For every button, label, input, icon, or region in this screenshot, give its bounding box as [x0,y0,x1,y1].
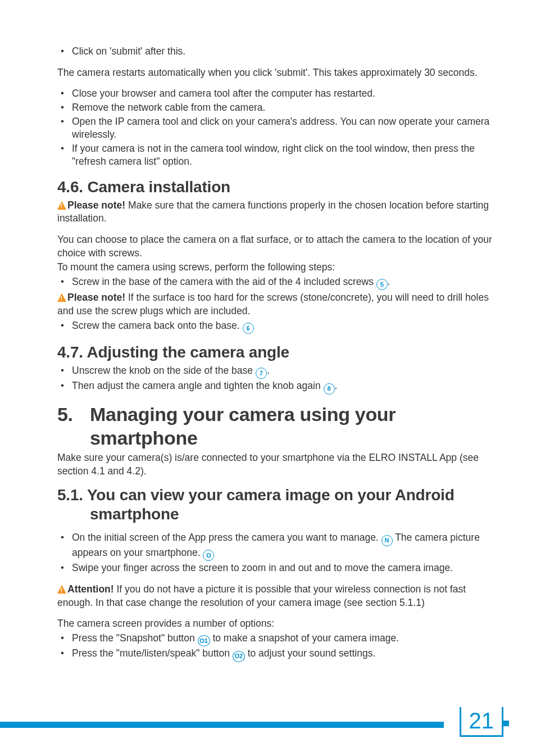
text: Close your browser and camera tool after… [72,88,375,99]
list-item: If your camera is not in the camera tool… [57,142,494,169]
text: Unscrew the knob on the side of the base [72,365,256,376]
list-item: Open the IP camera tool and click on you… [57,115,494,142]
footer-bar [0,722,444,728]
ref-circle-O: O [203,550,214,561]
heading-chapter-5: 5.Managing your camera using your smartp… [57,402,494,450]
warning-icon [57,585,66,594]
chapter-title-line1: Managing your camera using your [90,404,396,425]
paragraph: The camera screen provides a number of o… [57,617,494,631]
footer-tick [503,721,509,726]
paragraph: You can choose to place the camera on a … [57,233,494,260]
page-number: 21 [460,707,504,737]
text: Remove the network cable from the camera… [72,102,265,113]
list-options: Press the "Snapshot" button O1 to make a… [57,632,494,662]
text: Press the "mute/listen/speak" button [72,648,233,659]
text: Click on 'submit' after this. [72,46,185,57]
list-item: On the initial screen of the App press t… [57,531,494,561]
paragraph: The camera restarts automatically when y… [57,66,494,80]
ref-circle-O2: O2 [233,651,245,662]
text: . [267,365,270,376]
list-item: Click on 'submit' after this. [57,45,494,58]
list-item: Press the "mute/listen/speak" button O2 … [57,647,494,662]
list-view: On the initial screen of the App press t… [57,531,494,575]
list-item: Screw in the base of the camera with the… [57,275,494,291]
list-item: Swipe your finger across the screen to z… [57,562,494,575]
list-mount-2: Screw the camera back onto the base. 6 [57,319,494,334]
list-top: Click on 'submit' after this. [57,45,494,58]
list-item: Press the "Snapshot" button O1 to make a… [57,632,494,647]
attention-label: Attention! [67,583,114,595]
paragraph: Make sure your camera(s) is/are connecte… [57,451,494,478]
attention-block: Attention! If you do not have a picture … [57,583,494,609]
note-block: Please note! Make sure that the camera f… [57,199,494,225]
list-mount: Screw in the base of the camera with the… [57,275,494,291]
list-item: Remove the network cable from the camera… [57,101,494,115]
heading-line1: 5.1. You can view your camera image on y… [57,486,455,504]
note-label: Please note! [67,200,125,211]
list-item: Screw the camera back onto the base. 6 [57,319,494,334]
text: On the initial screen of the App press t… [72,532,381,543]
text: to adjust your sound settings. [245,648,376,659]
text: Swipe your finger across the screen to z… [72,562,453,573]
page-footer: 21 [0,705,536,737]
text: If your camera is not in the camera tool… [72,143,475,168]
text: . [335,380,338,391]
note-label: Please note! [67,292,125,303]
list-item: Unscrew the knob on the side of the base… [57,364,494,379]
text: to make a snapshot of your camera image. [210,632,399,644]
heading-line2: smartphone [57,505,179,523]
list-item: Then adjust the camera angle and tighten… [57,379,494,395]
chapter-number: 5. [57,402,90,427]
paragraph: To mount the camera using screws, perfor… [57,261,494,274]
warning-icon [57,201,66,210]
text: Screw in the base of the camera with the… [72,276,376,287]
text: Screw the camera back onto the base. [72,320,243,331]
ref-circle-6: 6 [243,323,254,334]
list-restart: Close your browser and camera tool after… [57,87,494,169]
text: Press the "Snapshot" button [72,632,198,644]
ref-circle-5: 5 [376,279,388,290]
note-block: Please note! If the surface is too hard … [57,291,494,318]
heading-4-7: 4.7. Adjusting the camera angle [57,342,494,363]
text: Open the IP camera tool and click on you… [72,116,489,141]
list-angle: Unscrew the knob on the side of the base… [57,364,494,395]
ref-circle-8: 8 [324,383,335,395]
text: Then adjust the camera angle and tighten… [72,380,324,391]
chapter-title-line2: smartphone [57,426,494,450]
text: . [388,276,390,287]
heading-5-1: 5.1. You can view your camera image on y… [57,486,494,523]
warning-icon [57,293,66,302]
attention-text: If you do not have a picture it is possi… [57,583,466,608]
list-item: Close your browser and camera tool after… [57,87,494,101]
ref-circle-7: 7 [256,368,267,379]
heading-4-6: 4.6. Camera installation [57,176,494,198]
ref-circle-N: N [381,535,393,546]
ref-circle-O1: O1 [198,635,210,646]
